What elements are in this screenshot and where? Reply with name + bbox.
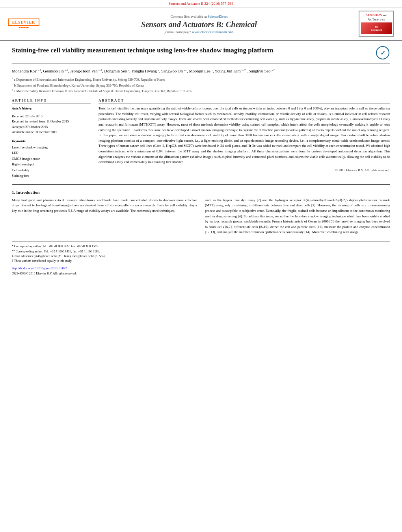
abstract-col: ABSTRACT Tests for cell viability, i.e.,… bbox=[99, 98, 390, 179]
affiliation-a: a a Department of Electronics and Inform… bbox=[12, 76, 390, 82]
available-date: Available online 30 October 2015 bbox=[12, 130, 91, 135]
received-date: Received 28 July 2015 bbox=[12, 114, 91, 119]
homepage-label: journal homepage: bbox=[165, 30, 191, 34]
intro-col-right: such as the trypan blue dye assay [2] an… bbox=[205, 198, 390, 237]
doi-link[interactable]: http://dx.doi.org/10.1016/j.snb.2015.10.… bbox=[12, 267, 67, 270]
footnote-doi: http://dx.doi.org/10.1016/j.snb.2015.10.… bbox=[12, 266, 390, 271]
affiliations: a a Department of Electronics and Inform… bbox=[12, 76, 390, 94]
journal-homepage: journal homepage: www.elsevier.com/locat… bbox=[39, 30, 359, 34]
footnote-note1: 1 These authors contributed equally to t… bbox=[12, 259, 390, 263]
crossmark-icon: ✓ bbox=[376, 46, 389, 59]
intro-title: 1. Introduction bbox=[12, 190, 390, 195]
article-history-heading: Article history: bbox=[12, 106, 91, 111]
author-list: Mohendra Roy a,1, Geonsoo Jin a,1, Jeong… bbox=[12, 69, 275, 73]
revised-date: Received in revised form 11 October 2015 bbox=[12, 119, 91, 124]
journal-title: Sensors and Actuators B: Chemical bbox=[39, 20, 359, 29]
footnotes: * Corresponding author. Tel.: +82 41 860… bbox=[12, 241, 390, 276]
contents-label: Contents lists available at bbox=[171, 15, 207, 19]
keyword-3: CMOS image sensor bbox=[12, 156, 91, 161]
journal-citation: Sensors and Actuators B 224 (2016) 577–5… bbox=[169, 2, 233, 6]
elsevier-wordmark: ELSEVIER bbox=[8, 19, 39, 26]
journal-header: ELSEVIER ■■■■■■ Contents lists available… bbox=[0, 7, 402, 41]
sensors-logo-box: SENSORS and AcTuators B:Chemical bbox=[359, 11, 394, 37]
article-info-abstract: ARTICLE INFO Article history: Received 2… bbox=[12, 98, 390, 179]
elsevier-logo: ELSEVIER ■■■■■■ bbox=[8, 19, 39, 29]
copyright: © 2015 Elsevier B.V. All rights reserved… bbox=[99, 168, 390, 172]
keyword-1: Lens-free shadow imaging bbox=[12, 145, 91, 150]
elsevier-sub: ■■■■■■ bbox=[8, 26, 39, 29]
intro-col-left: Many biological and pharmaceutical resea… bbox=[12, 198, 197, 237]
footnote-star2: ** Corresponding author. Tel.: +82 41 86… bbox=[12, 249, 390, 254]
accepted-date: Accepted 27 October 2015 bbox=[12, 124, 91, 130]
journal-title-block: Contents lists available at ScienceDirec… bbox=[39, 13, 359, 34]
article-info-col: ARTICLE INFO Article history: Received 2… bbox=[12, 98, 91, 179]
affiliation-c: c c Maritime Safety Research Division, K… bbox=[12, 88, 390, 94]
keywords-heading: Keywords: bbox=[12, 139, 91, 143]
article-title: Staining-free cell viability measurement… bbox=[12, 46, 372, 55]
article-info-heading: ARTICLE INFO bbox=[12, 98, 91, 104]
crossmark-logo: ✓ bbox=[376, 46, 390, 60]
keyword-2: LED bbox=[12, 150, 91, 156]
abstract-heading: ABSTRACT bbox=[99, 98, 390, 104]
intro-body: Many biological and pharmaceutical resea… bbox=[12, 198, 390, 237]
intro-para-2: such as the trypan blue dye assay [2] an… bbox=[205, 198, 390, 235]
journal-citation-bar: Sensors and Actuators B 224 (2016) 577–5… bbox=[0, 0, 402, 7]
keywords-list: Lens-free shadow imaging LED CMOS image … bbox=[12, 145, 91, 179]
keyword-5: Cell viability bbox=[12, 167, 91, 173]
section-divider bbox=[12, 184, 390, 185]
affiliation-b: b b Department of Food and Biotechnology… bbox=[12, 82, 390, 88]
content-links-bar: Contents lists available at ScienceDirec… bbox=[39, 13, 359, 20]
intro-number: 1. bbox=[12, 190, 15, 195]
intro-para-1: Many biological and pharmaceutical resea… bbox=[12, 198, 197, 214]
sensors-logo: SENSORS and AcTuators B:Chemical bbox=[359, 11, 394, 37]
intro-heading: Introduction bbox=[16, 190, 40, 195]
article-history-items: Received 28 July 2015 Received in revise… bbox=[12, 114, 91, 135]
keyword-4: High-throughput bbox=[12, 161, 91, 167]
article-title-section: Staining-free cell viability measurement… bbox=[12, 46, 390, 64]
authors: Mohendra Roy a,1, Geonsoo Jin a,1, Jeong… bbox=[12, 68, 390, 74]
footnote-star1: * Corresponding author. Tel.: +82 41 860… bbox=[12, 244, 390, 249]
footnote-email: E-mail addresses: yk46@korea.ac.kr (Y.J.… bbox=[12, 254, 390, 259]
keyword-6: Staining-free bbox=[12, 173, 91, 178]
footnote-issn: 0925-4005/© 2015 Elsevier B.V. All right… bbox=[12, 271, 390, 276]
paper-content: Staining-free cell viability measurement… bbox=[0, 41, 402, 282]
homepage-link[interactable]: www.elsevier.com/locate/snb bbox=[192, 30, 233, 34]
abstract-text: Tests for cell viability, i.e., an assay… bbox=[99, 106, 390, 165]
sciencedirect-link[interactable]: ScienceDirect bbox=[208, 15, 227, 19]
